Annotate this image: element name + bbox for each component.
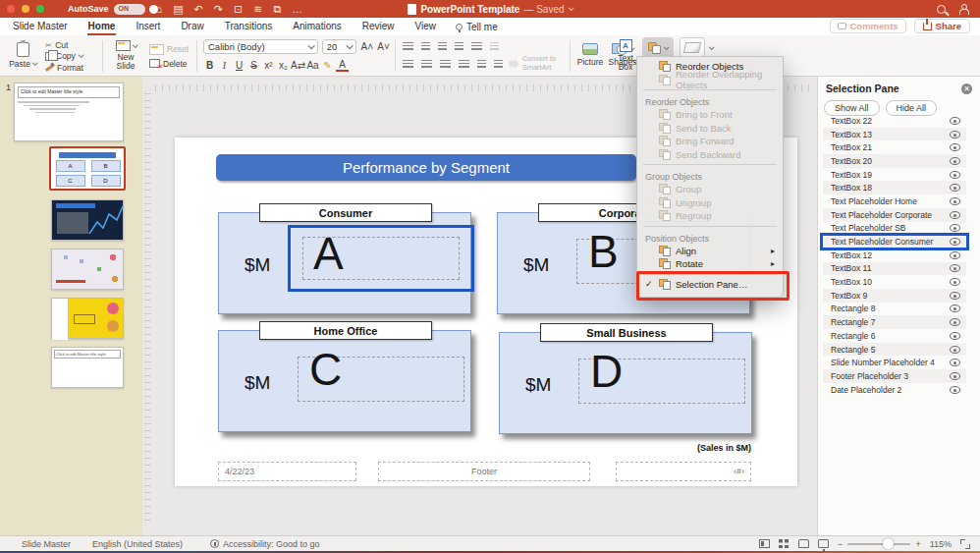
maximize-window-button[interactable]	[36, 5, 44, 13]
underline-button[interactable]: U	[233, 60, 245, 71]
selection-pane-item[interactable]: Footer Placeholder 3	[823, 369, 966, 383]
autosave-toggle[interactable]: ON	[114, 4, 145, 15]
selection-pane-close-icon[interactable]: ✕	[961, 83, 972, 94]
bullets-button[interactable]	[403, 41, 413, 52]
grow-font-button[interactable]: A˄	[360, 39, 373, 54]
redo-icon[interactable]: ↷	[214, 0, 223, 18]
menu-item-selection-pane[interactable]: ✓Selection Pane…	[637, 278, 783, 292]
quadrant-small-business-label[interactable]: Small Business	[540, 323, 713, 342]
tell-me-button[interactable]: Tell me	[456, 22, 498, 32]
date-placeholder[interactable]: 4/22/23	[218, 462, 356, 481]
superscript-button[interactable]: x²	[262, 60, 275, 71]
new-slide-button[interactable]: New Slide	[108, 35, 143, 75]
visibility-eye-icon[interactable]	[950, 372, 960, 380]
quadrant-home-office[interactable]: Home Office $M C	[218, 330, 471, 432]
visibility-eye-icon[interactable]	[950, 278, 960, 286]
search-icon[interactable]	[937, 5, 946, 14]
layout-icon[interactable]: ≋	[253, 0, 262, 18]
minimize-window-button[interactable]	[22, 5, 29, 13]
visibility-eye-icon[interactable]	[950, 171, 960, 179]
quadrant-small-business-value[interactable]: $M	[525, 374, 551, 396]
share-button[interactable]: Share	[914, 19, 970, 33]
visibility-eye-icon[interactable]	[950, 197, 960, 205]
account-icon[interactable]	[958, 4, 968, 14]
fit-slide-to-window-icon[interactable]	[960, 539, 970, 549]
footer-placeholder[interactable]: Footer	[378, 462, 590, 481]
selection-pane-item[interactable]: Text Placeholder SB	[823, 222, 966, 236]
selection-pane-item[interactable]: TextBox 18	[823, 181, 966, 194]
layout-thumbnail-chart[interactable]	[51, 199, 124, 241]
tab-transitions[interactable]: Transitions	[224, 19, 274, 34]
quadrant-home-office-letter[interactable]: C	[309, 347, 342, 392]
visibility-eye-icon[interactable]	[950, 318, 960, 326]
zoom-slider-knob[interactable]	[883, 538, 894, 549]
selection-pane-item[interactable]: Text Placeholder Corporate	[823, 208, 966, 222]
close-window-button[interactable]	[7, 5, 15, 13]
selection-pane-item[interactable]: Text Placeholder Home	[823, 194, 966, 208]
visibility-eye-icon[interactable]	[950, 157, 960, 165]
columns-button[interactable]	[490, 41, 499, 52]
slide-number-placeholder[interactable]: ‹#›	[616, 462, 751, 481]
visibility-eye-icon[interactable]	[950, 251, 960, 259]
visibility-eye-icon[interactable]	[950, 143, 960, 151]
selection-pane-item[interactable]: TextBox 11	[823, 262, 966, 276]
quadrant-consumer-value[interactable]: $M	[245, 254, 270, 276]
visibility-eye-icon[interactable]	[950, 117, 960, 125]
line-spacing-button[interactable]	[471, 41, 482, 52]
decrease-indent-button[interactable]	[438, 41, 447, 52]
selection-pane-item[interactable]: TextBox 12	[823, 249, 966, 262]
visibility-eye-icon[interactable]	[950, 292, 960, 300]
selection-pane-item[interactable]: Rectangle 6	[823, 329, 966, 343]
quick-styles-button[interactable]	[680, 37, 705, 57]
quick-styles-chevron-icon[interactable]	[709, 44, 715, 50]
view-status[interactable]: Slide Master	[22, 539, 71, 549]
quadrant-corporate-value[interactable]: $M	[523, 254, 549, 276]
menu-item-align[interactable]: Align▸	[637, 245, 783, 258]
selection-pane-item[interactable]: TextBox 19	[823, 168, 966, 182]
selection-pane-item[interactable]: Rectangle 8	[823, 303, 966, 316]
visibility-eye-icon[interactable]	[950, 359, 960, 366]
language-status[interactable]: English (United States)	[92, 539, 183, 549]
shrink-font-button[interactable]: A˅	[377, 39, 390, 54]
visibility-eye-icon[interactable]	[950, 332, 960, 340]
align-right-button[interactable]	[440, 59, 451, 70]
arrange-button[interactable]	[642, 37, 674, 58]
visibility-eye-icon[interactable]	[950, 346, 960, 354]
visibility-eye-icon[interactable]	[950, 211, 960, 219]
strikethrough-button[interactable]: S	[247, 60, 260, 71]
zoom-level[interactable]: 115%	[930, 539, 952, 549]
visibility-eye-icon[interactable]	[950, 304, 960, 312]
quadrant-corporate-letter[interactable]: B	[588, 229, 619, 274]
quadrant-consumer-label[interactable]: Consumer	[259, 203, 432, 222]
more-commands-icon[interactable]: …	[292, 0, 302, 18]
zoom-out-icon[interactable]: −	[838, 539, 843, 549]
italic-button[interactable]: I	[218, 60, 231, 71]
quadrant-home-office-label[interactable]: Home Office	[259, 321, 432, 340]
text-direction-button[interactable]	[477, 59, 486, 70]
sales-note[interactable]: (Sales in $M)	[697, 443, 751, 453]
bold-button[interactable]: B	[203, 60, 216, 71]
tab-draw[interactable]: Draw	[180, 19, 204, 34]
comments-button[interactable]: Comments	[830, 19, 906, 33]
align-left-button[interactable]	[403, 59, 413, 70]
font-color-button[interactable]: A	[336, 59, 349, 72]
cut-button[interactable]: ✂Cut	[45, 40, 83, 50]
quadrant-consumer[interactable]: Consumer $M A	[218, 212, 471, 314]
copy-button[interactable]: Copy	[45, 51, 83, 61]
slideshow-view-icon[interactable]	[818, 539, 829, 548]
selection-pane-item[interactable]: TextBox 9	[823, 289, 966, 303]
visibility-eye-icon[interactable]	[950, 386, 960, 394]
format-painter-button[interactable]: Format	[45, 63, 83, 73]
selection-pane-item[interactable]: TextBox 20	[823, 154, 966, 168]
menu-item-rotate[interactable]: Rotate▸	[637, 257, 783, 271]
quadrant-small-business-letter[interactable]: D	[590, 349, 623, 394]
undo-icon[interactable]: ↶	[194, 0, 203, 18]
visibility-eye-icon[interactable]	[950, 238, 960, 246]
character-spacing-button[interactable]: A⇄	[292, 60, 304, 71]
tab-slide-master[interactable]: Slide Master	[12, 19, 69, 34]
delete-button[interactable]: Delete	[149, 59, 189, 69]
visibility-eye-icon[interactable]	[950, 131, 960, 138]
selection-pane-item[interactable]: Date Placeholder 2	[823, 383, 966, 397]
selection-pane-item[interactable]: TextBox 10	[823, 275, 966, 289]
selection-pane-item[interactable]: Rectangle 7	[823, 315, 966, 329]
